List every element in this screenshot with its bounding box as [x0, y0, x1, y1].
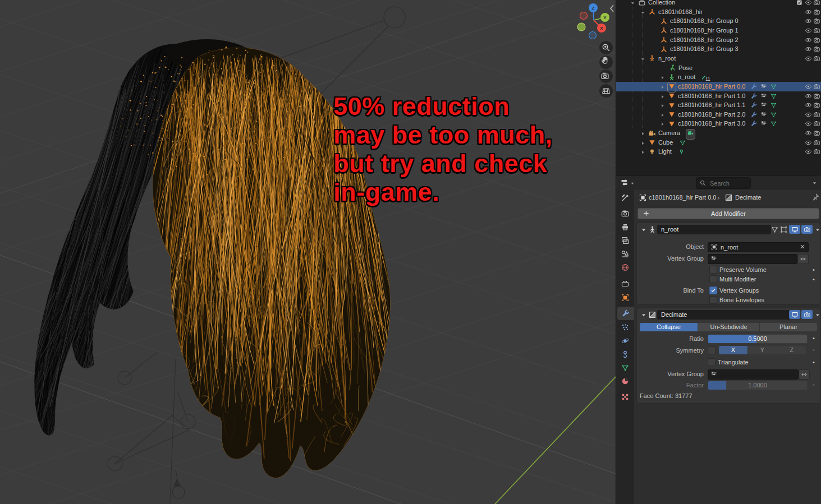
vertex-group-label: Vertex Group	[637, 255, 704, 262]
properties-tab-scene[interactable]	[616, 247, 634, 261]
preserve-volume-label: Preserve Volume	[719, 266, 767, 273]
outliner-row[interactable]: c1801h0168_hir Part 1.0	[616, 91, 821, 101]
armature-modifier-panel: n_root Object n_root Vertex Group Preser…	[636, 223, 820, 304]
properties-tab-tool[interactable]	[616, 191, 634, 205]
properties-tab-view-layer[interactable]	[616, 234, 634, 247]
annotation-line: 50% reduction	[333, 92, 553, 121]
properties-tab-modifiers[interactable]	[617, 307, 634, 320]
decimate-expand-chevron-icon[interactable]	[640, 312, 647, 318]
header-menu-chevron-icon[interactable]	[811, 180, 818, 186]
armature-vgroup-field[interactable]	[708, 254, 797, 264]
expand-chevron-icon[interactable]	[640, 149, 646, 158]
add-modifier-button[interactable]: Add Modifier	[637, 208, 819, 219]
armature-expand-chevron-icon[interactable]	[640, 226, 647, 233]
properties-search[interactable]	[696, 177, 751, 189]
vertex-groups-checkbox[interactable]	[709, 286, 717, 294]
svg-text:Z: Z	[592, 6, 595, 11]
on-cage-display-icon[interactable]	[779, 225, 788, 234]
disable-render-icon[interactable]	[813, 148, 820, 158]
editor-type-icon[interactable]	[620, 178, 629, 187]
symmetry-axis-x[interactable]: X	[719, 346, 747, 354]
outliner-row[interactable]: c1801h0168_hir Group 0	[616, 16, 821, 26]
bone-envelopes-checkbox[interactable]	[709, 296, 717, 304]
factor-slider[interactable]: 1.0000	[708, 381, 808, 390]
properties-tab-object[interactable]	[616, 291, 634, 304]
outliner-item-label: c1801h0168_hir Group 2	[670, 35, 739, 45]
decimate-mode-planar[interactable]: Planar	[760, 323, 817, 331]
outliner-row[interactable]: n_root11	[616, 72, 821, 82]
outliner-row[interactable]: Light	[616, 147, 821, 156]
decimate-vgroup-field[interactable]	[708, 369, 799, 380]
armature-name-field[interactable]: n_root	[657, 225, 771, 234]
outliner-row[interactable]: c1801h0168_hir Part 0.0	[616, 82, 821, 91]
object-field-value: n_root	[721, 243, 738, 252]
properties-tab-texture[interactable]	[616, 390, 634, 404]
outliner-row[interactable]: n_root	[616, 54, 821, 63]
editor-type-chevron-icon[interactable]	[630, 181, 635, 186]
armature-modifier-icon	[648, 225, 657, 234]
outliner-row[interactable]: c1801h0168_hir Part 1.1	[616, 100, 821, 110]
bone-envelopes-label: Bone Envelopes	[719, 297, 764, 303]
decimate-realtime-toggle[interactable]	[789, 310, 800, 319]
outliner-row[interactable]: c1801h0168_hir Group 2	[616, 35, 821, 45]
decimate-mode-unsubdivide[interactable]: Un-Subdivide	[698, 323, 759, 331]
realtime-display-toggle[interactable]	[789, 225, 800, 234]
triangulate-checkbox[interactable]	[708, 358, 715, 366]
viewport-3d[interactable]: ZYX 50% reduction may be too much, but t…	[0, 0, 616, 504]
outliner-item-label: Collection	[648, 0, 675, 7]
pin-icon[interactable]	[811, 193, 820, 201]
outliner-item-label: c1801h0168_hir Group 3	[670, 44, 739, 54]
object-clear-icon[interactable]	[799, 243, 806, 250]
symmetry-checkbox[interactable]	[708, 346, 715, 354]
outliner-row[interactable]: c1801h0168_hir Group 1	[616, 26, 821, 35]
modifier-extras-chevron-icon[interactable]	[814, 226, 821, 233]
outliner-row[interactable]: Collection	[616, 0, 821, 7]
outliner-item-label: n_root	[658, 54, 676, 63]
hide-viewport-icon[interactable]	[805, 148, 812, 158]
vgroup-field-icon	[710, 371, 718, 378]
breadcrumb-modifier[interactable]: Decimate	[735, 194, 761, 201]
object-breadcrumb-icon	[639, 193, 647, 202]
search-input[interactable]	[709, 178, 750, 188]
outliner-row[interactable]: Cube	[616, 138, 821, 147]
decimate-name-field[interactable]: Decimate	[657, 310, 790, 320]
properties-tab-render[interactable]	[616, 207, 634, 220]
properties-tab-collection[interactable]	[616, 277, 634, 290]
properties-tab-object-data[interactable]	[616, 361, 634, 374]
annotation-line: in-game.	[333, 178, 553, 206]
decimate-vgroup-invert-button[interactable]	[799, 369, 810, 380]
multi-modifier-checkbox[interactable]	[709, 275, 717, 283]
outliner-row[interactable]: Pose	[616, 63, 821, 73]
outliner-row[interactable]: c1801h0168_hir Group 3	[616, 44, 821, 54]
outliner-row[interactable]: c1801h0168_hir	[616, 7, 821, 17]
multi-modifier-label: Multi Modifier	[719, 276, 756, 283]
vgroup-field-icon	[710, 255, 718, 262]
outliner-row[interactable]: Camera	[616, 128, 821, 138]
decimate-render-toggle[interactable]	[801, 310, 813, 319]
ratio-value: 0.5000	[708, 335, 807, 343]
properties-tab-particles[interactable]	[616, 321, 634, 334]
outliner-item-label: c1801h0168_hir	[658, 7, 703, 17]
properties-tab-physics[interactable]	[616, 334, 634, 348]
ratio-slider[interactable]: 0.5000	[708, 334, 808, 344]
decimate-extras-chevron-icon[interactable]	[814, 312, 821, 318]
preserve-volume-checkbox[interactable]	[709, 266, 717, 274]
armature-object-field[interactable]: n_root	[708, 242, 809, 252]
properties-tab-constraints[interactable]	[616, 348, 634, 361]
symmetry-axis-y[interactable]: Y	[748, 346, 777, 354]
outliner-row[interactable]: c1801h0168_hir Part 3.0	[616, 119, 821, 128]
properties-tab-output[interactable]	[616, 220, 634, 234]
decimate-mode-collapse[interactable]: Collapse	[640, 323, 698, 331]
decimate-breadcrumb-icon	[724, 193, 733, 202]
vgroup-invert-button[interactable]	[797, 254, 809, 264]
breadcrumb-object[interactable]: c1801h0168_hir Part 0.0	[649, 194, 716, 201]
symmetry-axis-z[interactable]: Z	[777, 346, 806, 354]
properties-header	[616, 175, 821, 190]
outliner-item-label: c1801h0168_hir Part 2.0	[678, 110, 745, 119]
edit-mode-display-icon[interactable]	[770, 225, 779, 234]
properties-tab-material[interactable]	[616, 374, 634, 388]
outliner-row[interactable]: c1801h0168_hir Part 2.0	[616, 110, 821, 119]
properties-tab-world[interactable]	[616, 261, 634, 274]
render-display-toggle[interactable]	[801, 225, 813, 234]
outliner-item-label: c1801h0168_hir Part 1.1	[678, 100, 745, 110]
